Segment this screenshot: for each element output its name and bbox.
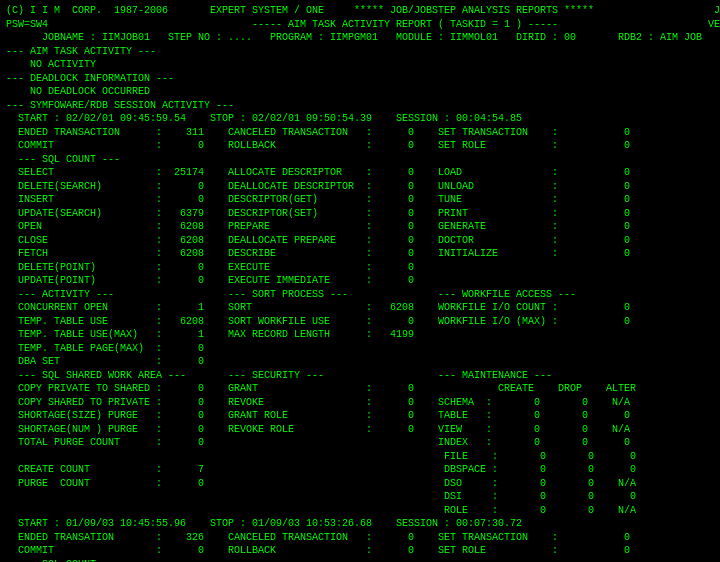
line: NO DEADLOCK OCCURRED — [6, 85, 714, 99]
line: DELETE(SEARCH) : 0 DEALLOCATE DESCRIPTOR… — [6, 180, 714, 194]
line: COPY SHARED TO PRIVATE : 0 REVOKE : 0 SC… — [6, 396, 714, 410]
line: (C) I I M CORP. 1987-2006 EXPERT SYSTEM … — [6, 4, 714, 18]
line: ENDED TRANSACTION : 311 CANCELED TRANSAC… — [6, 126, 714, 140]
line: COMMIT : 0 ROLLBACK : 0 SET ROLE : 0 — [6, 544, 714, 558]
line: FETCH : 6208 DESCRIBE : 0 INITIALIZE : 0 — [6, 247, 714, 261]
line: SHORTAGE(SIZE) PURGE : 0 GRANT ROLE : 0 … — [6, 409, 714, 423]
line: COPY PRIVATE TO SHARED : 0 GRANT : 0 CRE… — [6, 382, 714, 396]
line: PSW=SW4 ----- AIM TASK ACTIVITY REPORT (… — [6, 18, 714, 32]
line: --- DEADLOCK INFORMATION --- — [6, 72, 714, 86]
line: --- SQL COUNT --- — [6, 153, 714, 167]
line: JOBNAME : IIMJOB01 STEP NO : .... PROGRA… — [6, 31, 714, 45]
line: DELETE(POINT) : 0 EXECUTE : 0 — [6, 261, 714, 275]
line: COMMIT : 0 ROLLBACK : 0 SET ROLE : 0 — [6, 139, 714, 153]
line: CLOSE : 6208 DEALLOCATE PREPARE : 0 DOCT… — [6, 234, 714, 248]
line: CREATE COUNT : 7 DBSPACE : 0 0 0 — [6, 463, 714, 477]
line: OPEN : 6208 PREPARE : 0 GENERATE : 0 — [6, 220, 714, 234]
line: --- ACTIVITY --- --- SORT PROCESS --- --… — [6, 288, 714, 302]
line: --- SQL COUNT --- — [6, 558, 714, 563]
line: TOTAL PURGE COUNT : 0 INDEX : 0 0 0 — [6, 436, 714, 450]
line: TEMP. TABLE PAGE(MAX) : 0 — [6, 342, 714, 356]
line: SHORTAGE(NUM ) PURGE : 0 REVOKE ROLE : 0… — [6, 423, 714, 437]
line: UPDATE(SEARCH) : 6379 DESCRIPTOR(SET) : … — [6, 207, 714, 221]
line: --- AIM TASK ACTIVITY --- — [6, 45, 714, 59]
line: ENDED TRANSATION : 326 CANCELED TRANSACT… — [6, 531, 714, 545]
line: PURGE COUNT : 0 DSO : 0 0 N/A — [6, 477, 714, 491]
line: ROLE : 0 0 N/A — [6, 504, 714, 518]
line: INSERT : 0 DESCRIPTOR(GET) : 0 TUNE : 0 — [6, 193, 714, 207]
line: START : 01/09/03 10:45:55.96 STOP : 01/0… — [6, 517, 714, 531]
line: --- SQL SHARED WORK AREA --- --- SECURIT… — [6, 369, 714, 383]
line: TEMP. TABLE USE : 6208 SORT WORKFILE USE… — [6, 315, 714, 329]
line: START : 02/02/01 09:45:59.54 STOP : 02/0… — [6, 112, 714, 126]
line: CONCURRENT OPEN : 1 SORT : 6208 WORKFILE… — [6, 301, 714, 315]
line: --- SYMFOWARE/RDB SESSION ACTIVITY --- — [6, 99, 714, 113]
line: NO ACTIVITY — [6, 58, 714, 72]
line: DBA SET : 0 — [6, 355, 714, 369]
line: FILE : 0 0 0 — [6, 450, 714, 464]
line: UPDATE(POINT) : 0 EXECUTE IMMEDIATE : 0 — [6, 274, 714, 288]
content-area: (C) I I M CORP. 1987-2006 EXPERT SYSTEM … — [6, 4, 714, 562]
line: DSI : 0 0 0 — [6, 490, 714, 504]
line: TEMP. TABLE USE(MAX) : 1 MAX RECORD LENG… — [6, 328, 714, 342]
main-screen: (C) I I M CORP. 1987-2006 EXPERT SYSTEM … — [6, 4, 714, 558]
line: SELECT : 25174 ALLOCATE DESCRIPTOR : 0 L… — [6, 166, 714, 180]
